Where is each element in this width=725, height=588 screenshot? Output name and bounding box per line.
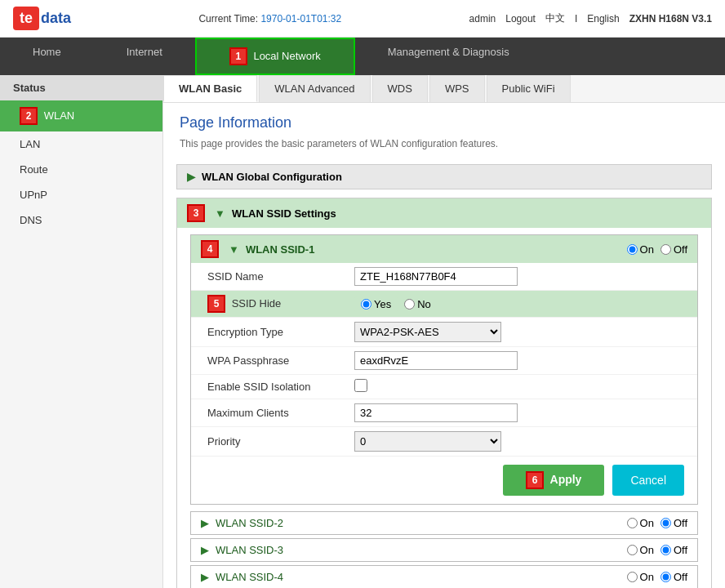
tab-public-wifi[interactable]: Public WiFi xyxy=(487,75,571,102)
ssid3-on-radio[interactable] xyxy=(627,545,638,555)
sidebar-item-upnp[interactable]: UPnP xyxy=(0,182,162,207)
ssid-settings-arrow: ▼ xyxy=(215,207,225,220)
ssid1-arrow: ▼ xyxy=(229,243,239,256)
isolation-label: Enable SSID Isolation xyxy=(191,381,354,393)
max-clients-row: Maximum Clients xyxy=(191,399,697,427)
header-time: Current Time: 1970-01-01T01:32 xyxy=(198,13,341,24)
ssid4-off-radio[interactable] xyxy=(661,572,671,582)
wpa-row: WPA Passphrase xyxy=(191,347,697,375)
sidebar-title: Status xyxy=(0,75,162,100)
ssid4-on-radio[interactable] xyxy=(627,572,638,582)
priority-select[interactable]: 0123 4567 xyxy=(354,431,501,452)
ssid-settings-header[interactable]: 3 ▼ WLAN SSID Settings xyxy=(177,198,711,228)
ssid2-off-radio[interactable] xyxy=(661,518,671,528)
max-clients-field xyxy=(354,403,697,422)
ssid1-on-radio[interactable] xyxy=(627,244,638,255)
sidebar-item-route[interactable]: Route xyxy=(0,157,162,182)
ssid2-on-option[interactable]: On xyxy=(627,517,654,529)
ssid3-off-label: Off xyxy=(674,544,687,556)
tab-wds[interactable]: WDS xyxy=(372,75,428,102)
page-description: This page provides the basic parameters … xyxy=(180,138,709,149)
ssid4-onoff: On Off xyxy=(627,571,687,583)
isolation-field xyxy=(354,379,697,394)
tab-wlan-advanced[interactable]: WLAN Advanced xyxy=(259,75,370,102)
ssid4-arrow: ▶ xyxy=(201,571,209,583)
ssid-name-input[interactable] xyxy=(354,267,518,286)
ssid2-block: ▶ WLAN SSID-2 On Off xyxy=(190,511,698,535)
ssid-name-label: SSID Name xyxy=(191,270,354,283)
ssid3-on-label: On xyxy=(640,544,654,556)
global-config-arrow: ▶ xyxy=(187,171,195,183)
current-time-value[interactable]: 1970-01-01T01:32 xyxy=(260,13,341,24)
ssid-hide-no-radio[interactable] xyxy=(404,299,415,310)
ssid4-label: WLAN SSID-4 xyxy=(216,571,283,583)
ssid2-left: ▶ WLAN SSID-2 xyxy=(201,517,283,529)
button-row: 6 Apply Cancel xyxy=(191,457,697,504)
ssid4-on-label: On xyxy=(640,571,654,583)
max-clients-input[interactable] xyxy=(354,403,518,422)
lang-en[interactable]: English xyxy=(587,13,619,24)
wpa-field xyxy=(354,351,697,370)
lang-sep: I xyxy=(575,13,577,24)
ssid1-block: 4 ▼ WLAN SSID-1 On Off xyxy=(190,234,698,505)
isolation-row: Enable SSID Isolation xyxy=(191,375,697,399)
ssid-settings-section: 3 ▼ WLAN SSID Settings 4 ▼ WLAN SSID-1 O… xyxy=(176,198,712,588)
ssid2-off-label: Off xyxy=(674,517,687,529)
ssid-name-row: SSID Name xyxy=(191,263,697,291)
sidebar-item-dns[interactable]: DNS xyxy=(0,207,162,233)
ssid3-header[interactable]: ▶ WLAN SSID-3 On Off xyxy=(191,539,697,561)
tab-wps[interactable]: WPS xyxy=(429,75,485,102)
ssid4-off-label: Off xyxy=(674,571,687,583)
ssid1-off-radio[interactable] xyxy=(661,244,671,255)
ssid-hide-no-option[interactable]: No xyxy=(404,298,431,310)
ssid2-header[interactable]: ▶ WLAN SSID-2 On Off xyxy=(191,512,697,534)
ssid1-header[interactable]: 4 ▼ WLAN SSID-1 On Off xyxy=(191,235,697,263)
isolation-checkbox[interactable] xyxy=(354,379,367,392)
ssid2-off-option[interactable]: Off xyxy=(661,517,687,529)
tab-wlan-basic[interactable]: WLAN Basic xyxy=(163,75,257,102)
logout-link[interactable]: Logout xyxy=(505,13,536,24)
sidebar-wlan-label: WLAN xyxy=(44,109,75,122)
cancel-button[interactable]: Cancel xyxy=(612,465,684,496)
ssid1-off-label: Off xyxy=(674,243,687,256)
ssid3-left: ▶ WLAN SSID-3 xyxy=(201,544,283,556)
apply-button[interactable]: 6 Apply xyxy=(503,465,604,496)
sidebar-item-wlan[interactable]: 2 WLAN xyxy=(0,100,162,131)
ssid4-off-option[interactable]: Off xyxy=(661,571,687,583)
nav-local-network[interactable]: 1 Local Network xyxy=(195,38,355,75)
global-config-header[interactable]: ▶ WLAN Global Configuration xyxy=(177,165,711,189)
nav-management[interactable]: Management & Diagnosis xyxy=(355,38,542,75)
sidebar-item-lan[interactable]: LAN xyxy=(0,131,162,157)
ssid1-header-left: 4 ▼ WLAN SSID-1 xyxy=(201,240,314,258)
ssid-hide-yes-label: Yes xyxy=(374,298,391,310)
ssid3-off-option[interactable]: Off xyxy=(661,544,687,556)
ssid4-on-option[interactable]: On xyxy=(627,571,654,583)
wpa-input[interactable] xyxy=(354,351,518,370)
global-config-label: WLAN Global Configuration xyxy=(202,171,342,183)
ssid1-off-option[interactable]: Off xyxy=(661,243,687,256)
ssid4-header[interactable]: ▶ WLAN SSID-4 On Off xyxy=(191,566,697,588)
ssid1-on-label: On xyxy=(640,243,654,256)
badge-5: 5 xyxy=(207,295,225,313)
ssid2-on-radio[interactable] xyxy=(627,518,638,528)
ssid3-on-option[interactable]: On xyxy=(627,544,654,556)
ssid1-on-option[interactable]: On xyxy=(627,243,654,256)
admin-link[interactable]: admin xyxy=(469,13,496,24)
ssid-hide-yes-option[interactable]: Yes xyxy=(354,296,398,312)
priority-field: 0123 4567 xyxy=(354,431,697,452)
badge-4: 4 xyxy=(201,240,219,258)
encryption-select[interactable]: WPA2-PSK-AES WPA-PSK-AES WPA-PSK-TKIP No… xyxy=(354,322,501,342)
nav-internet[interactable]: Internet xyxy=(94,38,195,75)
badge-1: 1 xyxy=(229,47,247,65)
apply-label: Apply xyxy=(550,473,582,486)
ssid3-off-radio[interactable] xyxy=(661,545,671,555)
nav-home[interactable]: Home xyxy=(0,38,94,75)
priority-row: Priority 0123 4567 xyxy=(191,427,697,457)
device-name: ZXHN H168N V3.1 xyxy=(629,13,712,24)
ssid2-on-label: On xyxy=(640,517,654,529)
lang-cn[interactable]: 中文 xyxy=(545,11,565,25)
logo-text: data xyxy=(41,10,71,27)
page-info: Page Information This page provides the … xyxy=(163,103,725,164)
ssid4-left: ▶ WLAN SSID-4 xyxy=(201,571,283,583)
ssid-hide-yes-radio[interactable] xyxy=(361,299,371,310)
